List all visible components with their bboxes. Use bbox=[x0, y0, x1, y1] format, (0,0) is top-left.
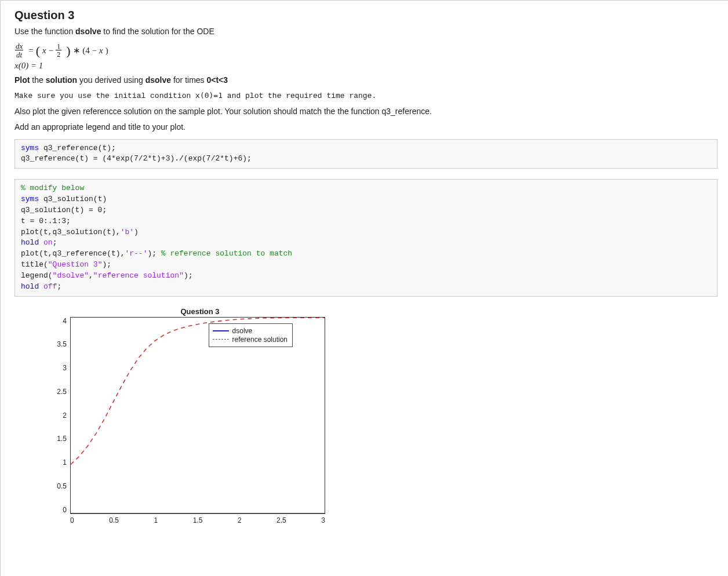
legend-label-reference: reference solution bbox=[232, 336, 287, 344]
c2-l8a: title( bbox=[21, 260, 48, 269]
c1-line2: q3_reference(t) = (4*exp(7/2*t)+3)./(exp… bbox=[21, 154, 252, 163]
reference-instruction: Also plot the given referencce solution … bbox=[14, 105, 718, 118]
plot-instruction-span: Plot the solution you derived using dsol… bbox=[14, 75, 228, 85]
legend-label-dsolve: dsolve bbox=[232, 327, 253, 335]
c2-hold2: hold bbox=[21, 282, 43, 291]
c2-l5a: plot(t,q3_solution(t), bbox=[21, 228, 121, 236]
c2-l8c: ); bbox=[102, 260, 111, 269]
c1-fn: q3_reference(t) bbox=[43, 144, 111, 152]
c2-l9d: "reference solution" bbox=[93, 271, 184, 280]
c2-l4: t = 0:.1:3; bbox=[21, 217, 71, 225]
legend-row-reference: reference solution bbox=[213, 336, 287, 344]
c2-l9a: legend( bbox=[21, 271, 53, 280]
page: Question 3 Use the function dsolve to fi… bbox=[0, 0, 728, 576]
eq-dx: dx bbox=[14, 42, 24, 50]
c1-semi: ; bbox=[111, 144, 116, 152]
initial-condition: x(0) = 1 bbox=[14, 61, 718, 71]
c2-fn: q3_solution(t) bbox=[43, 195, 107, 203]
c2-comment2: % reference solution to match bbox=[161, 249, 292, 258]
c1-syms: syms bbox=[21, 144, 43, 152]
legend-row-dsolve: dsolve bbox=[213, 327, 287, 335]
eq-half-den: 2 bbox=[56, 50, 61, 58]
c2-on: on bbox=[43, 238, 53, 247]
c2-hold1: hold bbox=[21, 238, 43, 247]
c2-l5c: ) bbox=[134, 228, 139, 236]
plot-area: dsolve reference solution bbox=[70, 317, 325, 514]
eq-close: ) bbox=[105, 46, 108, 56]
c2-semi6: ; bbox=[53, 238, 57, 247]
plot-instruction: Plot the solution you derived using dsol… bbox=[14, 74, 718, 86]
c2-syms: syms bbox=[21, 195, 43, 203]
y-axis-ticks: 43.532.521.510.50 bbox=[49, 317, 70, 514]
code-hint: Make sure you use the initial condition … bbox=[14, 90, 718, 102]
question-heading: Question 3 bbox=[14, 9, 718, 22]
eq-x2: x bbox=[99, 46, 103, 56]
ode-equation: dx dt = ( x − 1 2 ) ∗ (4 − x) bbox=[14, 42, 718, 59]
legend-line-red-icon bbox=[213, 339, 229, 340]
c2-l7c: ); bbox=[147, 249, 161, 258]
code-box-reference[interactable]: syms q3_reference(t); q3_reference(t) = … bbox=[14, 139, 718, 169]
eq-half-num: 1 bbox=[56, 43, 61, 50]
eq-minus: − bbox=[49, 46, 53, 56]
c2-l5b: 'b' bbox=[121, 228, 134, 236]
eq-equals: = bbox=[28, 46, 33, 56]
c2-semi10: ; bbox=[57, 282, 61, 291]
intro-text: Use the function dsolve to find the solu… bbox=[14, 25, 718, 38]
plot-legend: dsolve reference solution bbox=[209, 323, 293, 347]
c2-l9e: ); bbox=[184, 271, 193, 280]
legend-instruction: Add an appropriate legend and title to y… bbox=[14, 121, 718, 133]
c2-comment1: % modify below bbox=[21, 184, 84, 192]
intro-span: Use the function dsolve to find the solu… bbox=[14, 27, 214, 36]
eq-star: ∗ (4 − bbox=[73, 45, 97, 56]
ic-text: x(0) = 1 bbox=[14, 61, 43, 71]
code-hint-span: Make sure you use the initial condition … bbox=[14, 92, 376, 100]
c2-l8b: "Question 3" bbox=[48, 260, 103, 269]
c2-l9c: , bbox=[89, 271, 93, 280]
x-axis-ticks: 00.511.522.53 bbox=[70, 514, 325, 524]
code-box-solution[interactable]: % modify below syms q3_solution(t) q3_so… bbox=[14, 179, 718, 296]
legend-line-blue-icon bbox=[213, 330, 229, 331]
c2-l9b: "dsolve" bbox=[53, 271, 89, 280]
plot-figure: Question 3 43.532.521.510.50 dsolve refe… bbox=[49, 307, 351, 524]
eq-dt: dt bbox=[15, 50, 23, 59]
c2-l7b: 'r--' bbox=[125, 249, 147, 258]
c2-l7a: plot(t,q3_reference(t), bbox=[21, 249, 125, 258]
plot-title: Question 3 bbox=[49, 307, 351, 316]
eq-x: x bbox=[42, 46, 46, 56]
c2-off: off bbox=[43, 282, 57, 291]
c2-l3: q3_solution(t) = 0; bbox=[21, 206, 107, 214]
